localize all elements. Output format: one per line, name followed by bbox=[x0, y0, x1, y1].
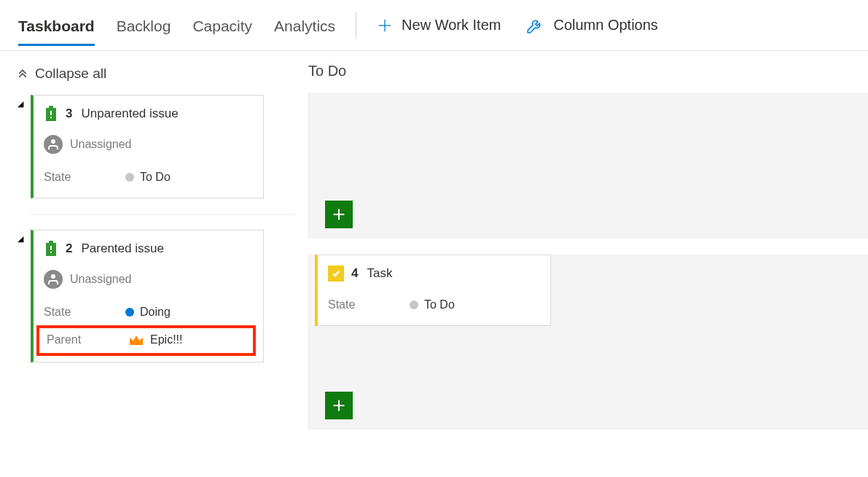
card-field-state: State To Do bbox=[44, 167, 251, 187]
card-title: Task bbox=[367, 266, 392, 281]
state-value: To Do bbox=[424, 298, 455, 311]
board: Collapse all ◢ 3 Unparented issue bbox=[0, 51, 868, 446]
card-title-row: 3 Unparented issue bbox=[44, 106, 251, 122]
parent-highlight: Parent Epic!!! bbox=[36, 325, 256, 356]
header-actions: New Work Item Column Options bbox=[377, 16, 658, 35]
swimlane[interactable]: 4 Task State To Do bbox=[308, 255, 868, 430]
card-title: Parented issue bbox=[81, 241, 163, 256]
card-title: Unparented issue bbox=[81, 106, 178, 121]
state-dot-icon bbox=[410, 300, 418, 309]
state-dot-icon bbox=[125, 308, 134, 317]
state-value: To Do bbox=[140, 171, 171, 184]
assignee-name: Unassigned bbox=[70, 138, 132, 151]
collapse-all-button[interactable]: Collapse all bbox=[17, 66, 295, 82]
card-title-row: 4 Task bbox=[328, 265, 539, 282]
avatar-icon bbox=[44, 135, 63, 154]
card-id: 3 bbox=[66, 106, 74, 121]
collapse-icon bbox=[17, 69, 28, 79]
swimlane[interactable] bbox=[308, 93, 868, 238]
state-label: State bbox=[44, 171, 125, 184]
svg-rect-3 bbox=[49, 106, 53, 109]
state-dot-icon bbox=[125, 173, 134, 182]
assignee-name: Unassigned bbox=[70, 273, 132, 286]
task-icon bbox=[328, 265, 344, 282]
tab-backlog[interactable]: Backlog bbox=[117, 6, 171, 45]
svg-rect-10 bbox=[50, 246, 52, 250]
state-label: State bbox=[328, 298, 410, 311]
add-card-button[interactable] bbox=[325, 392, 353, 419]
parent-label: Parent bbox=[47, 333, 128, 346]
card-field-state: State To Do bbox=[328, 295, 539, 315]
column-options-label: Column Options bbox=[553, 17, 657, 34]
card-field-state: State Doing bbox=[44, 302, 251, 322]
separator bbox=[356, 12, 356, 39]
issue-icon bbox=[44, 106, 58, 122]
backlog-row: ◢ 2 Parented issue bbox=[17, 230, 295, 362]
svg-point-12 bbox=[44, 270, 63, 289]
expand-toggle[interactable]: ◢ bbox=[17, 95, 31, 109]
tab-analytics[interactable]: Analytics bbox=[274, 6, 335, 45]
svg-rect-9 bbox=[49, 241, 53, 244]
task-card[interactable]: 4 Task State To Do bbox=[315, 255, 551, 326]
collapse-all-label: Collapse all bbox=[35, 66, 106, 82]
expand-toggle[interactable]: ◢ bbox=[17, 230, 31, 244]
issue-card[interactable]: 2 Parented issue Unassigned State bbox=[31, 230, 264, 362]
state-value: Doing bbox=[140, 306, 171, 319]
card-id: 2 bbox=[66, 241, 74, 256]
header-bar: Taskboard Backlog Capacity Analytics New… bbox=[0, 0, 868, 51]
parent-value: Epic!!! bbox=[150, 333, 182, 346]
wrench-icon bbox=[525, 16, 544, 35]
sidebar: Collapse all ◢ 3 Unparented issue bbox=[0, 51, 295, 446]
issue-icon bbox=[44, 241, 58, 257]
svg-rect-5 bbox=[50, 117, 52, 118]
card-field-parent: Parent Epic!!! bbox=[47, 330, 249, 350]
column-header: To Do bbox=[308, 63, 868, 80]
backlog-row: ◢ 3 Unparented issue bbox=[17, 95, 295, 198]
svg-rect-11 bbox=[50, 252, 52, 253]
new-work-item-label: New Work Item bbox=[402, 17, 501, 34]
column-options-button[interactable]: Column Options bbox=[525, 16, 657, 35]
avatar-icon bbox=[44, 270, 63, 289]
svg-rect-4 bbox=[50, 111, 52, 115]
tabs: Taskboard Backlog Capacity Analytics bbox=[18, 6, 335, 45]
plus-icon bbox=[377, 18, 393, 34]
issue-card[interactable]: 3 Unparented issue Unassigned State bbox=[31, 95, 264, 198]
svg-point-6 bbox=[44, 135, 63, 154]
card-id: 4 bbox=[351, 266, 359, 281]
svg-point-13 bbox=[51, 274, 55, 279]
card-assignee[interactable]: Unassigned bbox=[44, 135, 251, 154]
new-work-item-button[interactable]: New Work Item bbox=[377, 17, 501, 34]
state-label: State bbox=[44, 306, 125, 319]
tab-capacity[interactable]: Capacity bbox=[192, 6, 252, 45]
svg-point-7 bbox=[51, 139, 55, 144]
tab-taskboard[interactable]: Taskboard bbox=[18, 6, 95, 45]
board-column-todo: To Do 4 Task Stat bbox=[295, 51, 868, 446]
card-title-row: 2 Parented issue bbox=[44, 241, 251, 257]
card-assignee[interactable]: Unassigned bbox=[44, 270, 251, 289]
add-card-button[interactable] bbox=[325, 201, 353, 228]
crown-icon bbox=[128, 333, 144, 346]
